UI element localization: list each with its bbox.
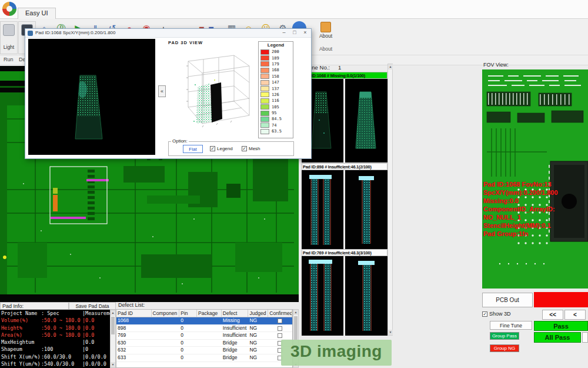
- pad-1068-reference-graphic: [345, 79, 387, 163]
- scroll-up-icon[interactable]: ▲: [388, 64, 393, 69]
- pad-image-898-reference[interactable]: [345, 170, 387, 249]
- legend-title: Legend: [259, 42, 293, 48]
- legend-row: 105: [259, 104, 293, 110]
- pad-info-scrollbar[interactable]: ▲ ▼: [110, 310, 116, 368]
- pad-image-1068-reference[interactable]: [345, 79, 387, 163]
- defect-row[interactable]: 6300BridgeNG: [116, 340, 292, 347]
- dialog-title: Pad ID:1068 SpcX/Y(mm):0.200/1.800: [35, 30, 116, 35]
- back-button[interactable]: <: [564, 310, 586, 320]
- pad-898-measured-graphic: [302, 170, 343, 249]
- dialog-title-bar[interactable]: Pad ID:1068 SpcX/Y(mm):0.200/1.800 – □ ×: [25, 29, 311, 38]
- scroll-thumb[interactable]: [111, 317, 115, 334]
- light-button[interactable]: Light: [0, 21, 18, 54]
- scroll-down-icon[interactable]: ▼: [388, 330, 393, 335]
- scroll-thumb[interactable]: [294, 316, 298, 340]
- flat-button[interactable]: Flat: [183, 145, 203, 153]
- ng-indicator: [534, 292, 588, 307]
- pad-info-row: Height%:50.0 ~ 180.0|0.0: [0, 324, 110, 331]
- fov-view-label: FOV View:: [483, 62, 509, 68]
- legend-swatch: [260, 86, 269, 91]
- collapse-panel-button[interactable]: «: [158, 85, 166, 97]
- show-3d-checkbox[interactable]: ✓: [482, 311, 487, 317]
- col-confirmed[interactable]: Confirmed: [268, 310, 292, 317]
- mesh-checkbox[interactable]: ✓: [242, 146, 247, 151]
- scroll-up-icon[interactable]: ▲: [293, 310, 298, 315]
- fov-overlay-line: Pad ID:1068 FovNo:13: [483, 180, 558, 188]
- mesh-option[interactable]: ✓ Mesh: [242, 146, 260, 151]
- pad-image-769-measured[interactable]: [302, 256, 343, 336]
- legend-row: 84.5: [259, 116, 293, 122]
- col-package[interactable]: Package: [197, 310, 222, 317]
- fov-view[interactable]: Pad ID:1068 FovNo:13 SpcX/Y(mm):0.200/1.…: [482, 69, 588, 289]
- legend-swatch: [260, 74, 269, 79]
- pad-panel-header-898[interactable]: Pad ID:898 # Insufficient:46.1(2/100): [302, 163, 387, 170]
- confirmed-checkbox[interactable]: [278, 333, 282, 338]
- fov-overlay-line: Missing:0.0: [483, 197, 558, 205]
- fov-overlay-line: NO_NULL_1: [483, 213, 558, 221]
- col-pin[interactable]: Pin: [179, 310, 197, 317]
- light-icon: [3, 24, 15, 36]
- legend-row: 168: [259, 67, 293, 73]
- about-button[interactable]: About: [315, 33, 336, 39]
- all-pass-button[interactable]: All Pass: [534, 332, 581, 343]
- option-label: Option:: [171, 138, 189, 144]
- legend-swatch: [260, 55, 269, 61]
- pad-panels-scrollbar[interactable]: ▲ ▼: [387, 64, 393, 336]
- pad-2d-graphic: [28, 39, 155, 155]
- pad-info-row: Shapeum:100|0: [0, 346, 110, 353]
- pass-indicator: Pass: [534, 321, 588, 331]
- save-pad-data-button[interactable]: Save Pad Data: [69, 302, 116, 310]
- pad-2d-image[interactable]: [28, 39, 155, 155]
- confirmed-checkbox[interactable]: [278, 319, 282, 323]
- run-group-caption[interactable]: Run: [4, 57, 14, 62]
- legend-row: 116: [259, 98, 293, 104]
- legend-option[interactable]: ✓ Legend: [210, 146, 233, 151]
- group-ng-button[interactable]: Group NG: [490, 344, 519, 352]
- legend-row: 137: [259, 85, 293, 91]
- col-judged[interactable]: Judged: [248, 310, 268, 317]
- show-3d-option[interactable]: ✓ Show 3D: [482, 311, 511, 317]
- option-group: Option: Flat ✓ Legend ✓ Mesh: [168, 141, 294, 156]
- group-pass-button[interactable]: Group Pass: [490, 332, 519, 340]
- legend-row: 74: [259, 122, 293, 128]
- clipped-button[interactable]: [582, 332, 588, 343]
- pad-image-898-measured[interactable]: [302, 170, 343, 249]
- minimize-icon[interactable]: –: [280, 29, 288, 37]
- legend-row: 63.5: [259, 128, 293, 134]
- legend-swatch: [260, 104, 269, 110]
- maximize-icon[interactable]: □: [290, 29, 299, 37]
- pad-image-769-reference[interactable]: [345, 256, 387, 336]
- scroll-down-icon[interactable]: ▼: [111, 362, 115, 367]
- about-group-caption: About: [315, 46, 336, 52]
- pad-panel-header-1068[interactable]: Pad ID:1068 # Missing:0.0(1/100): [302, 72, 387, 79]
- app-tab[interactable]: Easy UI: [18, 8, 56, 19]
- close-icon[interactable]: ×: [301, 29, 309, 37]
- legend-checkbox-label: Legend: [217, 146, 233, 151]
- pcb-out-button[interactable]: PCB Out: [482, 293, 533, 307]
- legend-swatch: [260, 122, 269, 128]
- back-all-button[interactable]: <<: [542, 310, 563, 320]
- defect-row[interactable]: 6320BridgeNG: [116, 347, 292, 354]
- fine-tune-button[interactable]: Fine Tune: [490, 321, 532, 330]
- confirmed-checkbox[interactable]: [278, 326, 282, 331]
- legend-row: 200: [259, 49, 293, 55]
- defect-row[interactable]: 10680MissingNG: [116, 317, 292, 325]
- machine-no-value: 1: [338, 64, 341, 71]
- legend-row: 147: [259, 79, 293, 85]
- col-component[interactable]: Componen: [152, 310, 180, 317]
- defect-row[interactable]: 8980InsufficientNG: [116, 325, 292, 333]
- scroll-up-icon[interactable]: ▲: [111, 310, 115, 316]
- pad-3d-plot[interactable]: [168, 46, 256, 139]
- col-defect[interactable]: Defect: [222, 310, 249, 317]
- defect-row[interactable]: 6330BridgeNG: [116, 354, 292, 362]
- col-pad-id[interactable]: Pad ID: [116, 310, 152, 317]
- legend-swatch: [260, 49, 269, 55]
- legend-row: 95: [259, 110, 293, 116]
- legend-row: 126: [259, 92, 293, 98]
- fov-overlay-line: ComponentID_ArrayID:: [483, 205, 558, 213]
- legend-checkbox[interactable]: ✓: [210, 146, 215, 151]
- pad-panel-header-769[interactable]: Pad ID:769 # Insufficient:48.3(3/100): [302, 249, 387, 256]
- show-3d-label: Show 3D: [489, 311, 511, 317]
- about-icon: [320, 22, 331, 32]
- defect-row[interactable]: 7690InsufficientNG: [116, 332, 292, 340]
